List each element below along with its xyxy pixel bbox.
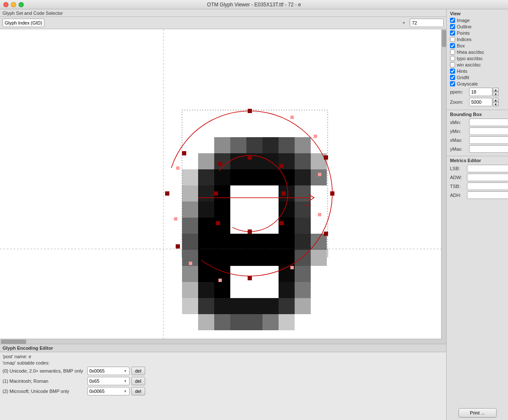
encoding-entry-1-del-btn[interactable]: del	[131, 377, 145, 385]
checkbox-label-cb_outline: Outline	[457, 24, 472, 29]
encoding-entry-2-select[interactable]: 0x0065	[87, 387, 130, 395]
checkbox-cb_image[interactable]	[450, 18, 455, 23]
right-panel: View ImageOutlinePointsIndicesBoxhhea as…	[447, 9, 508, 420]
checkbox-cb_box[interactable]	[450, 43, 455, 48]
metrics-value-1[interactable]	[467, 174, 508, 181]
checkbox-cb_indices[interactable]	[450, 37, 455, 42]
ppem-spinner-buttons[interactable]: ▲ ▼	[493, 88, 499, 96]
checkbox-row-cb_win: win asc/dsc	[450, 62, 505, 67]
canvas-area: Glyph Set and Code Selector Glyph Index …	[0, 9, 447, 420]
encoding-entry-1-select[interactable]: 0x65	[87, 377, 130, 385]
checkbox-row-cb_hhea: hhea asc/dsc	[450, 50, 505, 55]
metrics-row-1: ADW:	[450, 174, 505, 181]
metrics-row-2: TSB:	[450, 182, 505, 190]
bb-fields-container: xMin:yMin:xMax:yMax:	[450, 119, 505, 153]
ppem-label: ppem:	[450, 89, 469, 94]
checkbox-row-cb_typo: typo asc/dsc	[450, 56, 505, 61]
ppem-input[interactable]	[469, 88, 492, 96]
encoding-entry-2-select-wrapper: 0x0065	[87, 387, 130, 395]
ppem-up-btn[interactable]: ▲	[493, 88, 499, 92]
encoding-entry-0-select[interactable]: 0x0065	[87, 367, 130, 375]
window-controls[interactable]	[3, 2, 24, 7]
main-layout: Glyph Set and Code Selector Glyph Index …	[0, 9, 508, 420]
metrics-value-2[interactable]	[467, 182, 508, 190]
checkbox-cb_points[interactable]	[450, 30, 455, 36]
metrics-label-1: ADW:	[450, 175, 467, 180]
checkbox-cb_gridfit[interactable]	[450, 75, 455, 80]
encoding-entry-1-select-wrapper: 0x65	[87, 377, 130, 385]
encoding-entry-2: (2) Microsoft; Unicode BMP only 0x0065 d…	[3, 387, 444, 395]
glyph-set-select[interactable]: Glyph Index (GID) Unicode PostScript Nam…	[3, 19, 44, 27]
view-section: View ImageOutlinePointsIndicesBoxhhea as…	[447, 9, 508, 110]
checkbox-label-cb_box: Box	[457, 43, 465, 48]
metrics-label-3: ADH:	[450, 193, 467, 198]
checkbox-cb_win[interactable]	[450, 62, 455, 67]
checkbox-row-cb_outline: Outline	[450, 24, 505, 29]
bb-value-1[interactable]	[469, 127, 508, 135]
scrollbar-thumb-vertical[interactable]	[442, 30, 446, 47]
scrollbar-vertical[interactable]	[441, 29, 446, 339]
maximize-button[interactable]	[19, 2, 24, 7]
glyph-set-label: Glyph Set and Code Selector	[0, 9, 446, 17]
post-name-line: 'post' name: e	[3, 354, 444, 359]
canvas-viewport	[0, 29, 441, 339]
glyph-canvas	[0, 29, 441, 339]
checkbox-row-cb_grayscale: Grayscale	[450, 81, 505, 86]
bb-row-3: yMax:	[450, 145, 505, 153]
checkbox-row-cb_indices: Indices	[450, 37, 505, 42]
view-section-title: View	[450, 11, 505, 16]
checkbox-cb_outline[interactable]	[450, 24, 455, 29]
checkbox-label-cb_image: Image	[457, 18, 470, 23]
scrollbar-corner	[441, 339, 446, 344]
bb-section-title: Bounding Box	[450, 112, 505, 117]
window-title: OTM Glyph Viewer - E035X13T.ttf - 72 - e	[207, 2, 301, 8]
bb-value-0[interactable]	[469, 119, 508, 126]
print-button[interactable]: Print ...	[458, 408, 497, 417]
checkbox-label-cb_typo: typo asc/dsc	[457, 56, 483, 61]
ppem-down-btn[interactable]: ▼	[493, 92, 499, 96]
scrollbar-horizontal[interactable]	[0, 339, 441, 344]
zoom-label: Zoom:	[450, 99, 469, 105]
encoding-entry-0: (0) Unicode; 2.0+ semantics, BMP only 0x…	[3, 367, 444, 375]
minimize-button[interactable]	[11, 2, 16, 7]
checkbox-cb_hints[interactable]	[450, 69, 455, 74]
checkbox-cb_grayscale[interactable]	[450, 81, 455, 86]
scrollbar-thumb-horizontal[interactable]	[1, 340, 26, 344]
encoding-entry-1-label: (1) Macintosh; Roman	[3, 379, 87, 384]
bb-value-3[interactable]	[469, 145, 508, 153]
checkbox-label-cb_grayscale: Grayscale	[457, 81, 478, 86]
metrics-value-3[interactable]	[467, 191, 508, 199]
zoom-up-btn[interactable]: ▲	[493, 98, 499, 102]
post-name-label: 'post' name: e	[3, 354, 79, 359]
bb-value-2[interactable]	[469, 136, 508, 144]
metrics-value-0[interactable]	[467, 165, 508, 172]
cmap-label-line: 'cmap' subtable codes:	[3, 360, 444, 365]
encoding-entry-2-del-btn[interactable]: del	[131, 387, 145, 395]
checkbox-cb_hhea[interactable]	[450, 50, 455, 55]
checkbox-label-cb_win: win asc/dsc	[457, 62, 481, 67]
metrics-section: Metrics Editor LSB:ADW:TSB:ADH:	[447, 156, 508, 406]
metrics-row-3: ADH:	[450, 191, 505, 199]
zoom-input[interactable]	[469, 98, 492, 106]
checkbox-cb_typo[interactable]	[450, 56, 455, 61]
encoding-entry-0-select-wrapper: 0x0065	[87, 367, 130, 375]
bb-row-0: xMin:	[450, 119, 505, 126]
ppem-row: ppem: ▲ ▼	[450, 88, 505, 96]
metrics-section-title: Metrics Editor	[450, 158, 505, 163]
encoding-entry-0-del-btn[interactable]: del	[131, 367, 145, 375]
canvas-scroll-container[interactable]	[0, 29, 446, 344]
zoom-down-btn[interactable]: ▼	[493, 102, 499, 106]
encoding-editor-title: Glyph Encoding Editor	[0, 344, 446, 352]
glyph-set-select-wrapper: Glyph Index (GID) Unicode PostScript Nam…	[3, 19, 408, 27]
encoding-editor-body: 'post' name: e 'cmap' subtable codes: (0…	[0, 352, 446, 399]
close-button[interactable]	[3, 2, 8, 7]
checkbox-label-cb_hints: Hints	[457, 69, 467, 74]
checkbox-label-cb_indices: Indices	[457, 37, 472, 42]
metrics-label-2: TSB:	[450, 184, 467, 189]
zoom-spinner-buttons[interactable]: ▲ ▼	[493, 98, 499, 106]
title-bar: OTM Glyph Viewer - E035X13T.ttf - 72 - e	[0, 0, 508, 9]
cmap-label: 'cmap' subtable codes:	[3, 360, 79, 365]
encoding-entry-0-label: (0) Unicode; 2.0+ semantics, BMP only	[3, 368, 87, 373]
glyph-index-input[interactable]	[410, 19, 444, 27]
encoding-editor: Glyph Encoding Editor 'post' name: e 'cm…	[0, 344, 446, 420]
